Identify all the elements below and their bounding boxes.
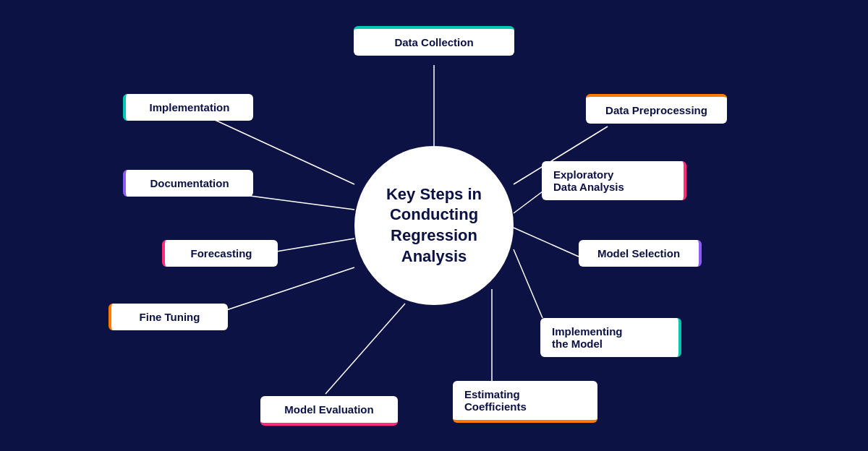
node-forecasting: Forecasting bbox=[162, 240, 278, 267]
svg-line-6 bbox=[326, 304, 405, 394]
mind-map-diagram: Key Steps in Conducting Regression Analy… bbox=[0, 0, 868, 451]
node-model-selection: Model Selection bbox=[579, 240, 702, 267]
center-title: Key Steps in Conducting Regression Analy… bbox=[354, 177, 514, 274]
svg-line-3 bbox=[514, 228, 579, 257]
center-circle: Key Steps in Conducting Regression Analy… bbox=[354, 146, 514, 305]
node-fine-tuning: Fine Tuning bbox=[109, 304, 228, 330]
node-implementing-the-model: Implementingthe Model bbox=[540, 318, 681, 357]
node-data-collection: Data Collection bbox=[354, 26, 514, 56]
node-exploratory-data-analysis: ExploratoryData Analysis bbox=[542, 161, 686, 200]
svg-line-4 bbox=[514, 249, 542, 318]
node-implementation: Implementation bbox=[123, 94, 253, 121]
node-estimating-coefficients: EstimatingCoefficients bbox=[453, 381, 597, 423]
node-documentation: Documentation bbox=[123, 170, 253, 197]
node-data-preprocessing: Data Preprocessing bbox=[586, 94, 727, 124]
svg-line-2 bbox=[514, 192, 542, 213]
node-model-evaluation: Model Evaluation bbox=[260, 396, 398, 426]
